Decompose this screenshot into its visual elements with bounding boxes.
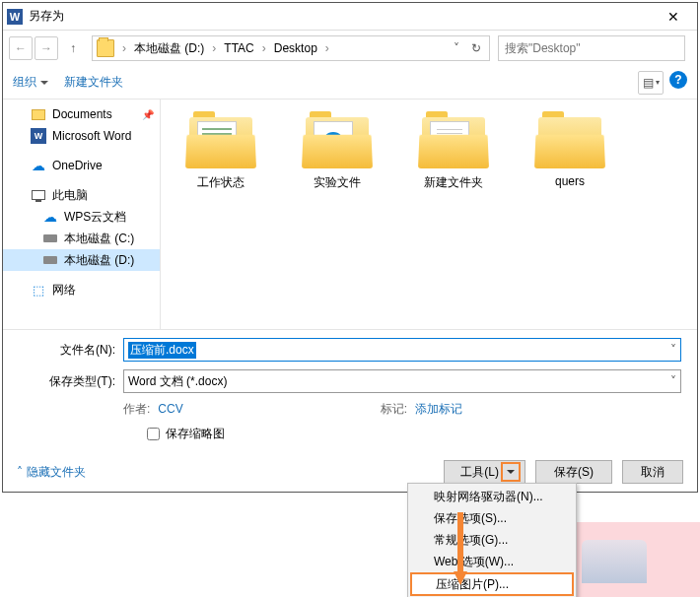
folder-icon [185,111,256,168]
nav-back-button[interactable]: ← [9,36,33,60]
folder-label: 实验文件 [314,174,361,191]
chevron-down-icon[interactable]: ˅ [670,343,676,357]
tools-menu: 映射网络驱动器(N)...保存选项(S)...常规选项(G)...Web 选项(… [407,483,577,597]
sidebar-item[interactable]: 本地磁盘 (D:) [3,249,160,271]
sidebar-item[interactable]: ☁WPS云文档 [3,206,160,228]
sidebar-item-label: 此电脑 [52,187,88,204]
net-icon: ⬚ [31,282,46,298]
menu-item[interactable]: 常规选项(G)... [410,529,574,551]
watermark-shape [582,540,647,583]
word-icon: W [31,128,46,144]
folder-icon [418,111,489,168]
menu-item[interactable]: Web 选项(W)... [410,551,574,572]
folder-item[interactable]: 新建文件夹 [409,111,498,191]
chevron-up-icon: ˄ [17,465,23,479]
save-as-dialog: W 另存为 ✕ ← → ↑ › 本地磁盘 (D:) › TTAC › Deskt… [2,2,698,493]
folder-label: 新建文件夹 [424,174,483,191]
pin-icon: 📌 [142,109,154,120]
search-input[interactable] [505,41,678,55]
breadcrumb-dropdown[interactable]: ˅ [448,37,465,59]
folder-item[interactable]: 工作状态 [176,111,265,191]
filetype-value: Word 文档 (*.docx) [128,373,227,390]
organize-button[interactable]: 组织 [13,74,48,91]
folder-label: quers [555,174,585,188]
nav-bar: ← → ↑ › 本地磁盘 (D:) › TTAC › Desktop › ˅ ↻ [3,31,697,66]
new-folder-button[interactable]: 新建文件夹 [64,74,123,91]
menu-item[interactable]: 保存选项(S)... [410,507,574,529]
nav-forward-button[interactable]: → [35,36,58,60]
sidebar-item-label: 本地磁盘 (C:) [64,231,134,247]
menu-item[interactable]: 压缩图片(P)... [410,572,574,596]
save-button[interactable]: 保存(S) [535,460,612,484]
breadcrumb-seg-0[interactable]: 本地磁盘 (D:) [128,40,210,57]
folder-icon [31,106,46,122]
tools-button[interactable]: 工具(L) [444,460,525,484]
word-icon: W [7,9,23,25]
chevron-down-icon[interactable]: ˅ [670,374,676,388]
folder-icon [302,111,373,168]
sidebar-item[interactable]: ⬚网络 [3,279,160,300]
breadcrumb-sep: › [120,41,128,55]
sidebar-item[interactable]: ☁OneDrive [3,155,160,176]
search-box[interactable] [498,35,685,61]
tag-value[interactable]: 添加标记 [415,402,462,416]
sidebar-item-label: Documents [52,107,112,121]
filename-label: 文件名(N): [19,342,123,359]
author-value[interactable]: CCV [158,402,182,416]
folder-icon [97,39,114,57]
folder-label: 工作状态 [197,174,245,191]
sidebar-item[interactable]: Documents📌 [3,103,160,125]
menu-item[interactable]: 映射网络驱动器(N)... [410,486,574,507]
breadcrumb-seg-1[interactable]: TTAC [218,41,259,55]
nav-up-button[interactable]: ↑ [62,37,84,59]
folder-item[interactable]: 实验文件 [293,111,382,191]
cloud-icon: ☁ [42,209,58,225]
filename-input[interactable]: 压缩前.docx ˅ [123,338,681,362]
author-label: 作者: [123,402,150,416]
titlebar: W 另存为 ✕ [3,3,697,31]
sidebar-item[interactable]: 此电脑 [3,184,160,206]
sidebar-item[interactable]: 本地磁盘 (C:) [3,228,160,249]
breadcrumb-seg-2[interactable]: Desktop [268,41,323,55]
sidebar-item-label: 本地磁盘 (D:) [64,252,134,269]
pc-icon [31,187,46,203]
footer: ˄ 隐藏文件夹 工具(L) 保存(S) 取消 [3,452,697,492]
toolbar: 组织 新建文件夹 ▤▾ ? [3,66,697,100]
close-button[interactable]: ✕ [654,5,693,29]
cancel-button[interactable]: 取消 [622,460,683,484]
hide-folders-button[interactable]: ˄ 隐藏文件夹 [17,464,86,481]
dialog-title: 另存为 [29,8,654,25]
drive-icon [42,252,58,268]
filename-value: 压缩前.docx [128,342,196,359]
bottom-panel: 文件名(N): 压缩前.docx ˅ 保存类型(T): Word 文档 (*.d… [3,329,697,452]
folder-item[interactable]: quers [525,111,614,188]
cloud-icon: ☁ [31,158,46,173]
refresh-button[interactable]: ↻ [467,37,485,59]
sidebar-item[interactable]: WMicrosoft Word [3,125,160,147]
save-thumbnail-checkbox[interactable] [147,428,160,440]
folder-icon [534,111,605,168]
file-list[interactable]: 工作状态实验文件新建文件夹quers [161,100,697,329]
sidebar-item-label: Microsoft Word [52,129,131,143]
breadcrumb-sep: › [323,41,331,55]
tag-label: 标记: [381,402,407,416]
sidebar: Documents📌WMicrosoft Word☁OneDrive此电脑☁WP… [3,100,161,329]
sidebar-item-label: OneDrive [52,159,103,172]
breadcrumb-sep: › [260,41,268,55]
save-thumbnail-label: 保存缩略图 [166,426,225,442]
sidebar-item-label: 网络 [52,282,76,298]
view-icons-button[interactable]: ▤▾ [638,71,664,95]
help-button[interactable]: ? [669,71,687,89]
drive-icon [42,231,58,246]
body: Documents📌WMicrosoft Word☁OneDrive此电脑☁WP… [3,100,697,329]
sidebar-item-label: WPS云文档 [64,209,126,226]
filetype-label: 保存类型(T): [19,373,123,390]
breadcrumb[interactable]: › 本地磁盘 (D:) › TTAC › Desktop › ˅ ↻ [92,35,490,61]
filetype-select[interactable]: Word 文档 (*.docx) ˅ [123,369,681,393]
breadcrumb-sep: › [210,41,218,55]
